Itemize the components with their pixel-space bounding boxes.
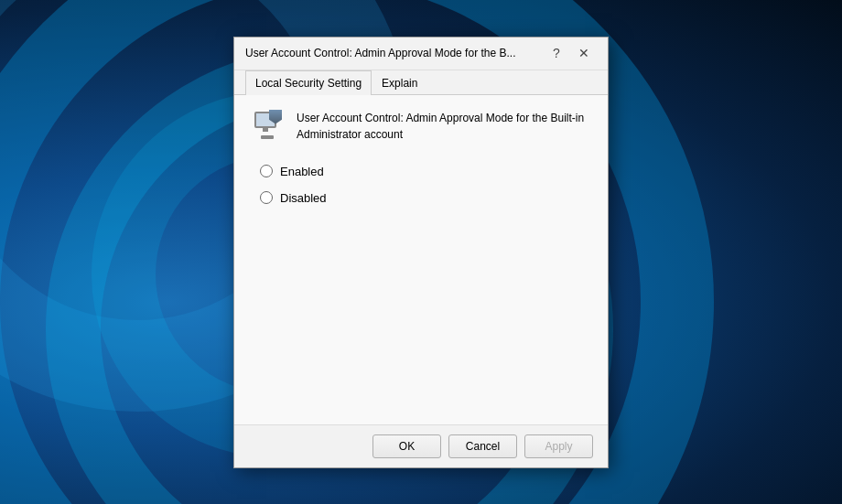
radio-enabled[interactable]: [260, 165, 273, 177]
dialog-window: User Account Control: Admin Approval Mod…: [233, 37, 609, 468]
ok-button[interactable]: OK: [372, 434, 441, 458]
title-bar: User Account Control: Admin Approval Mod…: [234, 38, 608, 70]
radio-option-disabled[interactable]: Disabled: [260, 191, 582, 205]
radio-option-enabled[interactable]: Enabled: [260, 165, 582, 178]
policy-title: User Account Control: Admin Approval Mod…: [297, 110, 584, 143]
apply-button[interactable]: Apply: [524, 434, 593, 458]
dialog-content: User Account Control: Admin Approval Mod…: [234, 95, 608, 424]
radio-enabled-label: Enabled: [280, 165, 324, 178]
tab-local-security-setting[interactable]: Local Security Setting: [245, 70, 372, 95]
radio-disabled-label: Disabled: [280, 191, 327, 205]
dialog-overlay: User Account Control: Admin Approval Mod…: [0, 0, 842, 504]
monitor-stand-icon: [261, 135, 274, 139]
policy-icon-inner: [253, 110, 282, 139]
policy-icon: [253, 110, 286, 143]
radio-group: Enabled Disabled: [253, 165, 589, 205]
cancel-button[interactable]: Cancel: [448, 434, 517, 458]
radio-disabled[interactable]: [260, 191, 273, 204]
button-bar: OK Cancel Apply: [234, 424, 608, 467]
close-button[interactable]: ✕: [571, 42, 597, 64]
help-button[interactable]: ?: [544, 42, 569, 64]
policy-header: User Account Control: Admin Approval Mod…: [253, 110, 589, 143]
title-bar-controls: ? ✕: [544, 42, 597, 64]
tab-explain[interactable]: Explain: [372, 70, 427, 95]
tab-bar: Local Security Setting Explain: [234, 70, 608, 95]
dialog-title: User Account Control: Admin Approval Mod…: [245, 47, 544, 59]
